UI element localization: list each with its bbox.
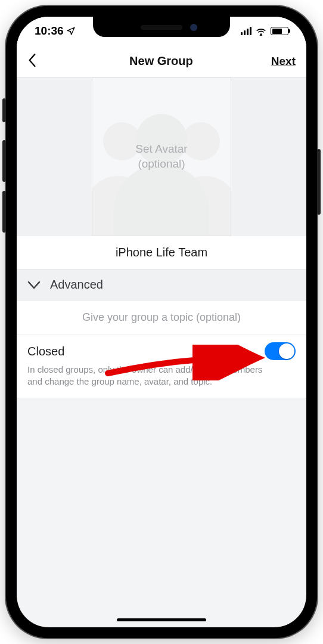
page-title: New Group — [129, 54, 193, 68]
chevron-left-icon — [27, 54, 37, 67]
chevron-down-icon — [27, 281, 41, 289]
content: New Group Next Set Avatar (optional) — [17, 45, 306, 627]
volume-down-button — [2, 191, 6, 233]
avatar-box: Set Avatar (optional) — [92, 78, 231, 236]
avatar-label-1: Set Avatar — [135, 142, 187, 157]
phone-frame: 10:36 New Group Next — [6, 6, 317, 638]
closed-row: Closed In closed groups, only the owner … — [17, 335, 306, 398]
advanced-toggle[interactable]: Advanced — [17, 270, 306, 301]
group-name-value: iPhone Life Team — [116, 246, 207, 259]
group-name-input[interactable]: iPhone Life Team — [17, 236, 306, 270]
svg-point-0 — [260, 33, 262, 35]
nav-bar: New Group Next — [17, 45, 306, 78]
volume-up-button — [2, 140, 6, 182]
closed-description: In closed groups, only the owner can add… — [27, 364, 274, 388]
closed-toggle[interactable] — [265, 342, 296, 360]
topic-input[interactable]: Give your group a topic (optional) — [17, 301, 306, 335]
status-time: 10:36 — [35, 24, 64, 38]
topic-placeholder: Give your group a topic (optional) — [82, 311, 241, 323]
battery-icon — [271, 27, 288, 35]
avatar-label: Set Avatar (optional) — [135, 142, 187, 171]
notch — [93, 17, 230, 37]
wifi-icon — [255, 26, 267, 36]
avatar-label-2: (optional) — [135, 157, 187, 172]
back-button[interactable] — [27, 54, 51, 69]
advanced-label: Advanced — [50, 278, 103, 292]
avatar-picker[interactable]: Set Avatar (optional) — [17, 78, 306, 236]
cellular-signal-icon — [241, 27, 251, 35]
location-arrow-icon — [66, 26, 76, 36]
screen: 10:36 New Group Next — [17, 17, 306, 627]
mute-switch — [2, 98, 6, 122]
closed-label: Closed — [27, 345, 64, 358]
next-button[interactable]: Next — [271, 55, 296, 68]
power-button — [317, 149, 321, 215]
